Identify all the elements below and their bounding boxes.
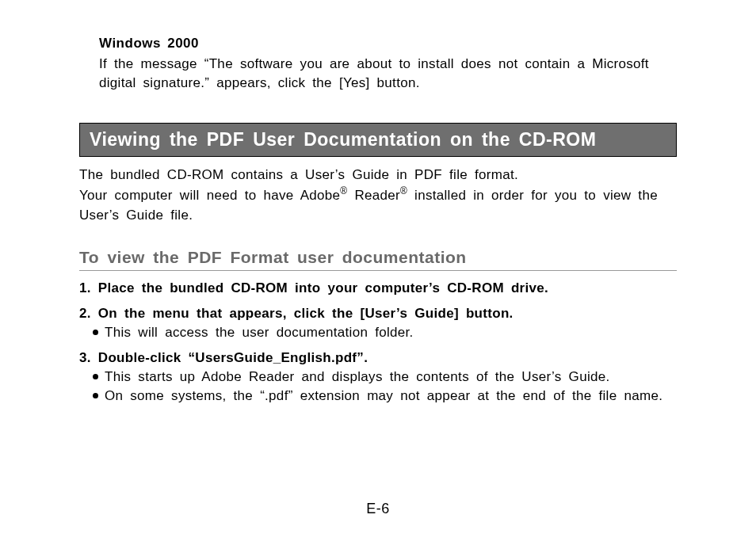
step-2: 2. On the menu that appears, click the [… (79, 306, 677, 322)
intro-line1: The bundled CD-ROM contains a User’s Gui… (79, 167, 518, 182)
bullet-text: This will access the user documentation … (105, 325, 414, 340)
document-content: Windows 2000 If the message “The softwar… (79, 36, 677, 404)
bullet-icon (93, 393, 98, 398)
sub-heading: To view the PDF Format user documentatio… (79, 248, 677, 271)
os-heading: Windows 2000 (99, 36, 677, 51)
section-intro: The bundled CD-ROM contains a User’s Gui… (79, 165, 677, 226)
bullet-icon (93, 330, 98, 335)
intro-line2-before: Your computer will need to have Adobe (79, 188, 340, 203)
page-number: E-6 (0, 501, 756, 517)
step-3: 3. Double-click “UsersGuide_English.pdf”… (79, 350, 677, 366)
bullet-icon (93, 374, 98, 379)
section-header: Viewing the PDF User Documentation on th… (79, 123, 677, 157)
step-2-bullet-1: This will access the user documentation … (105, 325, 677, 341)
os-instruction: If the message “The software you are abo… (99, 55, 677, 93)
step-3-bullet-1: This starts up Adobe Reader and displays… (105, 369, 677, 385)
intro-line2-mid: Reader (347, 188, 400, 203)
bullet-text: This starts up Adobe Reader and displays… (105, 369, 610, 384)
registered-symbol-2: ® (400, 185, 407, 196)
bullet-text: On some systems, the “.pdf” extension ma… (105, 388, 662, 403)
step-3-bullet-2: On some systems, the “.pdf” extension ma… (105, 388, 677, 404)
step-1: 1. Place the bundled CD-ROM into your co… (79, 280, 677, 296)
